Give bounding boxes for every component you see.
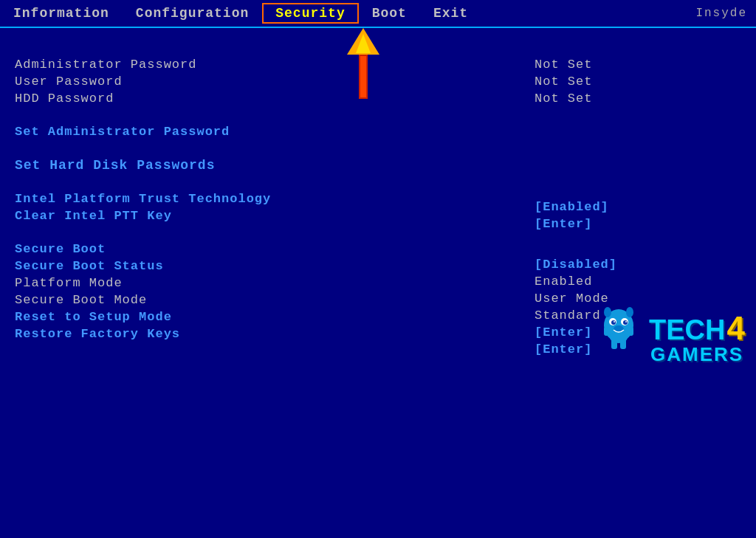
secure-boot-status-label: Secure Boot Status xyxy=(15,259,164,273)
ptt-label: Intel Platform Trust Technology xyxy=(15,192,271,206)
menu-configuration[interactable]: Configuration xyxy=(123,3,262,24)
menu-exit[interactable]: Exit xyxy=(420,3,481,24)
hdd-password-value: Not Set xyxy=(535,92,592,106)
menu-bar: Information Configuration Security Boot … xyxy=(0,0,756,28)
platform-mode-row: Platform Mode xyxy=(15,276,520,290)
platform-mode-label: Platform Mode xyxy=(15,276,123,290)
arrow-stem-icon xyxy=(359,55,368,99)
svg-rect-10 xyxy=(604,327,609,336)
reset-setup-label: Reset to Setup Mode xyxy=(15,310,172,324)
svg-point-4 xyxy=(623,320,628,325)
svg-rect-11 xyxy=(628,327,633,336)
password-values-group: Not Set Not Set Not Set xyxy=(535,58,741,106)
menu-security[interactable]: Security xyxy=(262,3,358,24)
secure-boot-label: Secure Boot xyxy=(15,242,106,256)
set-admin-label: Set Administrator Password xyxy=(15,125,230,139)
arrow-head-icon xyxy=(347,28,379,55)
set-hdd-group: Set Hard Disk Passwords xyxy=(15,158,520,173)
user-password-row: User Password xyxy=(15,75,520,89)
menu-items: Information Configuration Security Boot … xyxy=(0,3,481,24)
restore-keys-row[interactable]: Restore Factory Keys xyxy=(15,327,520,341)
logo-four: 4 xyxy=(727,312,745,345)
hdd-password-label: HDD Password xyxy=(15,92,114,106)
restore-keys-value: [Enter] xyxy=(535,342,592,356)
ptt-values-group: [Enabled] [Enter] xyxy=(535,200,741,231)
svg-point-12 xyxy=(610,331,628,343)
secure-boot-mode-label: Secure Boot Mode xyxy=(15,293,147,307)
svg-point-3 xyxy=(611,320,616,325)
user-password-label: User Password xyxy=(15,75,123,89)
secure-boot-mode-row: Secure Boot Mode xyxy=(15,293,520,307)
secure-boot-mode-value: Standard xyxy=(535,308,601,323)
admin-password-label: Administrator Password xyxy=(15,58,196,72)
secure-boot-status-value: Enabled xyxy=(535,275,592,289)
content-area: Administrator Password User Password HDD… xyxy=(0,28,756,371)
svg-point-6 xyxy=(625,321,627,323)
set-admin-group: Set Administrator Password xyxy=(15,125,520,139)
svg-point-13 xyxy=(604,307,611,317)
menu-boot[interactable]: Boot xyxy=(359,3,420,24)
set-hdd-row[interactable]: Set Hard Disk Passwords xyxy=(15,158,520,173)
secure-boot-value: [Disabled] xyxy=(535,258,617,272)
logo-gamers: GAMERS xyxy=(650,345,743,364)
logo-tech: TECH xyxy=(649,316,725,344)
admin-password-row: Administrator Password xyxy=(15,58,520,72)
reset-setup-row[interactable]: Reset to Setup Mode xyxy=(15,310,520,324)
secure-boot-row[interactable]: Secure Boot xyxy=(15,242,520,256)
watermark: TECH 4 GAMERS xyxy=(593,303,745,364)
logo-text: TECH 4 GAMERS xyxy=(649,312,745,364)
secure-boot-group: Secure Boot Secure Boot Status Platform … xyxy=(15,242,520,341)
menu-information[interactable]: Information xyxy=(0,3,123,24)
set-hdd-label: Set Hard Disk Passwords xyxy=(15,158,215,173)
clear-ptt-label: Clear Intel PTT Key xyxy=(15,209,172,223)
arrow-indicator xyxy=(347,28,379,99)
mascot-icon xyxy=(593,303,645,362)
ptt-group: Intel Platform Trust Technology Clear In… xyxy=(15,192,520,223)
ptt-row[interactable]: Intel Platform Trust Technology xyxy=(15,192,520,206)
set-admin-row[interactable]: Set Administrator Password xyxy=(15,125,520,139)
admin-password-value: Not Set xyxy=(535,58,592,72)
clear-ptt-value: [Enter] xyxy=(535,217,592,231)
restore-keys-label: Restore Factory Keys xyxy=(15,327,180,341)
svg-point-5 xyxy=(614,321,615,323)
secure-boot-status-row: Secure Boot Status xyxy=(15,259,520,273)
hdd-password-row: HDD Password xyxy=(15,92,520,106)
clear-ptt-row[interactable]: Clear Intel PTT Key xyxy=(15,209,520,223)
reset-setup-value: [Enter] xyxy=(535,325,592,339)
user-password-value: Not Set xyxy=(535,75,592,89)
password-group: Administrator Password User Password HDD… xyxy=(15,58,520,106)
left-column: Administrator Password User Password HDD… xyxy=(15,50,520,364)
ptt-value: [Enabled] xyxy=(535,200,609,214)
brand-label: Insyde xyxy=(695,7,756,20)
svg-point-14 xyxy=(626,307,633,317)
